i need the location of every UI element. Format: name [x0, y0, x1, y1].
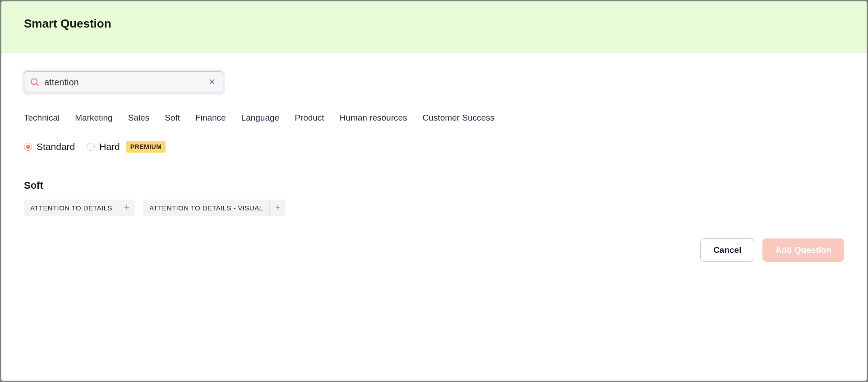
chips-row: ATTENTION TO DETAILS ATTENTION TO DETAIL…: [24, 200, 844, 216]
results-section-title: Soft: [24, 180, 844, 191]
chip-add-button[interactable]: [269, 200, 286, 216]
search-container: [24, 71, 223, 93]
tab-customer-success[interactable]: Customer Success: [423, 113, 494, 123]
clear-search-button[interactable]: [207, 76, 217, 89]
tab-soft[interactable]: Soft: [165, 113, 180, 123]
search-icon: [30, 77, 40, 87]
chip-label: ATTENTION TO DETAILS: [24, 200, 119, 216]
tab-finance[interactable]: Finance: [195, 113, 226, 123]
difficulty-radio-hard[interactable]: Hard: [87, 141, 120, 152]
radio-label: Standard: [37, 141, 75, 152]
tab-marketing[interactable]: Marketing: [75, 113, 112, 123]
difficulty-row: Standard Hard PREMIUM: [24, 141, 844, 153]
plus-icon: [275, 204, 281, 212]
tab-language[interactable]: Language: [241, 113, 280, 123]
chip-attention-to-details-visual: ATTENTION TO DETAILS - VISUAL: [143, 200, 286, 216]
modal-body: Technical Marketing Sales Soft Finance L…: [1, 53, 867, 381]
tab-technical[interactable]: Technical: [24, 113, 60, 123]
chip-label: ATTENTION TO DETAILS - VISUAL: [143, 200, 269, 216]
close-icon: [208, 78, 216, 87]
add-question-button[interactable]: Add Question: [762, 238, 844, 262]
svg-line-1: [36, 84, 38, 85]
difficulty-radio-standard[interactable]: Standard: [24, 141, 75, 152]
tab-sales[interactable]: Sales: [128, 113, 150, 123]
modal-footer: Cancel Add Question: [24, 238, 844, 262]
plus-icon: [124, 204, 130, 212]
search-input[interactable]: [44, 77, 207, 88]
smart-question-modal: Smart Question: [1, 1, 867, 381]
chip-attention-to-details: ATTENTION TO DETAILS: [24, 200, 135, 216]
modal-header: Smart Question: [1, 1, 867, 53]
search-box[interactable]: [24, 71, 223, 93]
cancel-button[interactable]: Cancel: [700, 238, 754, 262]
tab-product[interactable]: Product: [295, 113, 324, 123]
tab-human-resources[interactable]: Human resources: [340, 113, 407, 123]
modal-title: Smart Question: [24, 17, 844, 31]
radio-icon: [87, 143, 95, 151]
premium-badge: PREMIUM: [126, 141, 166, 153]
radio-label: Hard: [99, 141, 120, 152]
radio-icon: [24, 143, 32, 151]
category-tabs: Technical Marketing Sales Soft Finance L…: [24, 113, 844, 123]
chip-add-button[interactable]: [119, 200, 135, 216]
